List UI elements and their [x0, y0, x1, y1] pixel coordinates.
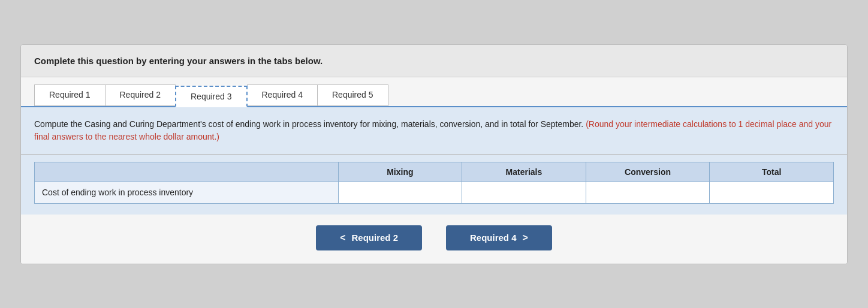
prev-label: Required 2 [351, 232, 398, 243]
col-header-conversion: Conversion [586, 162, 710, 182]
table-section: Mixing Materials Conversion Total Cost o… [21, 155, 847, 215]
total-input-cell[interactable] [710, 182, 834, 203]
mixing-input-cell[interactable] [338, 182, 462, 203]
total-input[interactable] [717, 188, 826, 197]
tab-required-5[interactable]: Required 5 [317, 84, 388, 106]
prev-chevron: < [340, 232, 345, 243]
next-chevron: > [523, 232, 528, 243]
main-container: Complete this question by entering your … [20, 44, 848, 264]
conversion-input-cell[interactable] [586, 182, 710, 203]
table-row: Cost of ending work in process inventory [35, 182, 834, 203]
page-instruction: Complete this question by entering your … [34, 56, 834, 66]
conversion-input[interactable] [593, 188, 703, 197]
tabs-row: Required 1 Required 2 Required 3 Require… [21, 77, 847, 107]
tab-required-1[interactable]: Required 1 [34, 84, 106, 106]
mixing-input[interactable] [346, 188, 455, 197]
next-button[interactable]: Required 4 > [446, 225, 552, 250]
row-label: Cost of ending work in process inventory [35, 182, 339, 203]
instruction-text: Compute the Casing and Curing Department… [34, 118, 834, 143]
nav-buttons: < Required 2 Required 4 > [21, 215, 847, 264]
col-header-mixing: Mixing [338, 162, 462, 182]
data-table: Mixing Materials Conversion Total Cost o… [34, 162, 834, 204]
col-header-total: Total [710, 162, 834, 182]
content-area: Compute the Casing and Curing Department… [21, 107, 847, 155]
next-label: Required 4 [470, 232, 517, 243]
tab-required-3[interactable]: Required 3 [175, 86, 248, 107]
col-header-empty [35, 162, 339, 182]
col-header-materials: Materials [462, 162, 586, 182]
prev-button[interactable]: < Required 2 [316, 225, 422, 250]
tab-required-2[interactable]: Required 2 [105, 84, 176, 106]
tab-required-4[interactable]: Required 4 [247, 84, 318, 106]
description-plain: Compute the Casing and Curing Department… [34, 119, 586, 129]
header-bar: Complete this question by entering your … [21, 45, 847, 77]
materials-input[interactable] [469, 188, 578, 197]
materials-input-cell[interactable] [462, 182, 586, 203]
